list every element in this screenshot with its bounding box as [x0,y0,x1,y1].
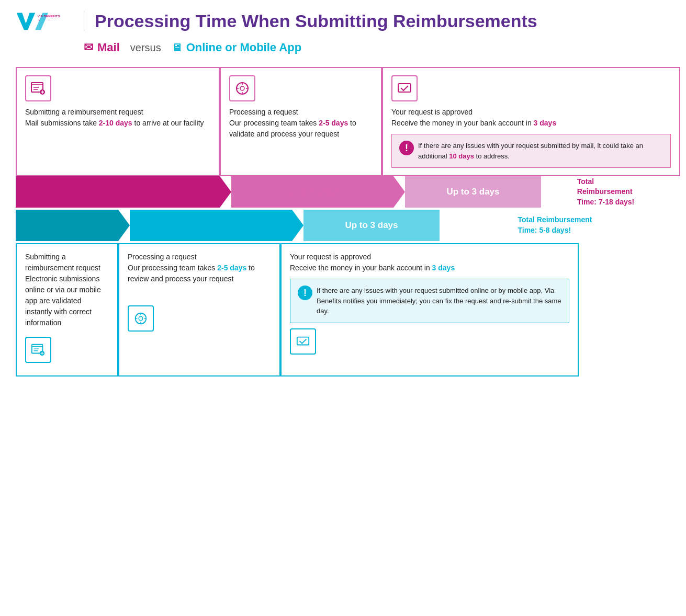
online-warning-exclaim: ! [298,286,312,300]
mail-warning-text: If there are any issues with your reques… [418,141,663,161]
mail-arrow-seg3: Up to 3 days [405,176,541,208]
mail-process-icon [229,75,255,101]
mail-approve-icon [391,75,418,101]
online-arrow-seg1: Validated instantly [16,210,118,241]
mail-warning-days: 10 days [449,152,474,160]
header: VIA BENEFITS ™ Processing Time When Subm… [16,10,670,31]
mail-arrow-seg1: Up to 10 days [16,176,220,208]
svg-point-26 [139,316,142,320]
mail-label-text: Mail [97,41,120,54]
online-cards-row: Submitting a reimbursement request Elect… [16,243,670,377]
versus-text: versus [130,42,161,54]
online-card-1-text: Submitting a reimbursement request Elect… [25,252,109,328]
mail-days-highlight-1: 2-10 days [99,119,132,127]
online-arrow-seg3: Up to 3 days [303,210,440,241]
mail-card-3-text: Your request is approved Receive the mon… [391,107,671,129]
online-warning-text: If there are any issues with your reques… [317,286,561,316]
mail-method: ✉ Mail [84,41,120,54]
online-card-2-text: Processing a request Our processing team… [128,252,271,284]
mail-card-2-text: Processing a request Our processing team… [229,107,373,140]
online-total-text: Total Reimbursement Time: 5-8 days! [440,210,670,241]
online-icon: 🖥 [172,42,182,54]
mail-total-line1: Total [577,177,594,186]
svg-point-12 [240,86,244,90]
page: VIA BENEFITS ™ Processing Time When Subm… [0,0,686,387]
online-card-3-text: Your request is approved Receive the mon… [290,252,569,273]
mail-warning-box: ! If there are any issues with your requ… [391,134,671,168]
mail-submit-icon [25,75,51,101]
mail-card-1-text: Submitting a reimbursement request Mail … [25,107,210,129]
online-days-highlight-3: 3 days [432,264,455,272]
mail-card-2: Processing a request Our processing team… [220,67,382,176]
page-title: Processing Time When Submitting Reimburs… [95,11,670,31]
online-card-2: Processing a request Our processing team… [118,243,280,377]
mail-cards-row: Submitting a reimbursement request Mail … [16,67,670,176]
mail-card-3: Your request is approved Receive the mon… [382,67,680,176]
mail-total-line2: Reimbursement [577,187,633,196]
mail-arrow-bar: Up to 10 days Up to 5 days Up to 3 days … [16,176,670,208]
online-card-3: Your request is approved Receive the mon… [280,243,579,377]
mail-warning-exclaim: ! [399,141,414,155]
svg-rect-17 [398,84,411,92]
svg-rect-31 [297,337,309,345]
mail-card-1: Submitting a reimbursement request Mail … [16,67,220,176]
online-submit-icon [25,337,51,363]
online-total-line1: Total Reimbursement [518,215,592,224]
logo: VIA BENEFITS ™ [16,10,84,31]
online-approve-icon [290,328,316,355]
subtitle-row: ✉ Mail versus 🖥 Online or Mobile App [84,41,670,54]
mail-arrow-seg2: Up to 5 days [231,176,393,208]
mail-total-line3: Time: 7-18 days! [577,198,634,206]
online-total-line2: Time: 5-8 days! [518,226,571,234]
online-arrow-bar: Validated instantly Up to 5 days Up to 3… [16,210,670,241]
online-warning-box: ! If there are any issues with your requ… [290,279,569,323]
online-arrow-seg2: Up to 5 days [130,210,292,241]
svg-text:™: ™ [38,19,40,22]
online-method: 🖥 Online or Mobile App [172,41,301,54]
mail-days-highlight-2: 2-5 days [319,119,348,127]
svg-marker-0 [17,13,36,30]
mail-icon: ✉ [84,41,93,54]
online-days-highlight-2: 2-5 days [217,264,246,272]
online-process-icon [128,305,154,332]
svg-text:VIA BENEFITS: VIA BENEFITS [38,14,60,18]
mail-total-text: Total Reimbursement Time: 7-18 days! [541,176,670,208]
online-label-text: Online or Mobile App [186,41,301,54]
online-card-1: Submitting a reimbursement request Elect… [16,243,118,377]
mail-days-highlight-3: 3 days [534,119,557,127]
